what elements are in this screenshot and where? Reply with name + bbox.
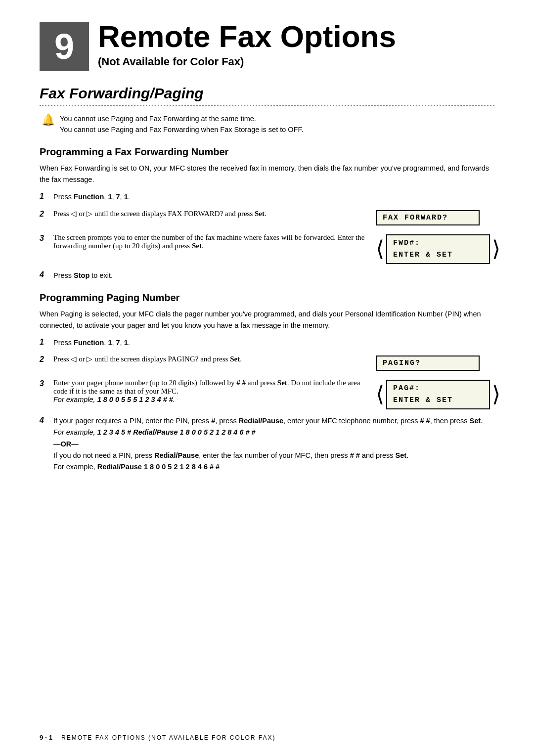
lcd-pag-double: PAG#: ENTER & SET — [386, 380, 490, 409]
chapter-header: 9 Remote Fax Options (Not Available for … — [40, 20, 494, 71]
step-ff-4: 4 Press Stop to exit. — [40, 270, 494, 281]
step-pg-3-num: 3 — [40, 379, 53, 388]
paging-intro: When Paging is selected, your MFC dials … — [40, 309, 494, 331]
step-pg-2-text: Press ◁ or ▷ until the screen displays P… — [53, 355, 376, 363]
step-ff-2-text: Press ◁ or ▷ until the screen displays F… — [53, 209, 376, 218]
chapter-title-block: Remote Fax Options (Not Available for Co… — [98, 20, 396, 68]
paging-steps: 1 Press Function, 1, 7, 1. 2 Press ◁ or … — [40, 337, 494, 473]
step-ff-3: 3 The screen prompts you to enter the nu… — [40, 233, 494, 264]
step-ff-1: 1 Press Function, 1, 7, 1. — [40, 191, 494, 203]
step-ff-2: 2 Press ◁ or ▷ until the screen displays… — [40, 209, 494, 227]
step-ff-1-text: Press Function, 1, 7, 1. — [53, 191, 494, 203]
step-pg-2-content: Press ◁ or ▷ until the screen displays P… — [53, 355, 494, 373]
step-pg-1-num: 1 — [40, 338, 53, 347]
fax-forwarding-intro: When Fax Forwarding is set to ON, your M… — [40, 163, 494, 185]
chapter-title: Remote Fax Options — [98, 20, 396, 53]
footer-page-num: 9 - 1 — [40, 734, 52, 741]
fax-forwarding-heading: Programming a Fax Forwarding Number — [40, 146, 494, 158]
lcd-fax-forward: FAX FORWARD? — [376, 210, 480, 225]
note-text: You cannot use Paging and Fax Forwarding… — [60, 113, 304, 135]
chapter-subtitle: (Not Available for Color Fax) — [98, 55, 396, 68]
step-ff-3-text: The screen prompts you to enter the numb… — [53, 233, 376, 250]
step-pg-3-screen: ⟨ PAG#: ENTER & SET ⟩ — [376, 380, 494, 409]
footer-text: REMOTE FAX OPTIONS (NOT AVAILABLE FOR CO… — [61, 734, 275, 741]
step-pg-3-text: Enter your pager phone number (up to 20 … — [53, 379, 376, 404]
page-footer: 9 - 1 REMOTE FAX OPTIONS (NOT AVAILABLE … — [40, 734, 494, 741]
note-block: 🔔 You cannot use Paging and Fax Forwardi… — [42, 113, 494, 135]
step-pg-1-text: Press Function, 1, 7, 1. — [53, 337, 494, 349]
step-pg-4-text: If your pager requires a PIN, enter the … — [53, 415, 494, 473]
step-ff-3-content: The screen prompts you to enter the numb… — [53, 233, 494, 264]
step-pg-2-num: 2 — [40, 355, 53, 364]
step-pg-1: 1 Press Function, 1, 7, 1. — [40, 337, 494, 349]
lcd-paging: PAGING? — [376, 356, 480, 371]
fax-forwarding-steps: 1 Press Function, 1, 7, 1. 2 Press ◁ or … — [40, 191, 494, 281]
step-ff-2-content: Press ◁ or ▷ until the screen displays F… — [53, 209, 494, 227]
step-ff-4-text: Press Stop to exit. — [53, 270, 494, 281]
step-pg-4: 4 If your pager requires a PIN, enter th… — [40, 415, 494, 473]
note-icon: 🔔 — [42, 114, 55, 127]
step-pg-3: 3 Enter your pager phone number (up to 2… — [40, 379, 494, 409]
section-rule — [40, 105, 494, 106]
step-ff-4-num: 4 — [40, 270, 53, 279]
paging-heading: Programming Paging Number — [40, 292, 494, 304]
chapter-number: 9 — [40, 22, 89, 71]
step-pg-2: 2 Press ◁ or ▷ until the screen displays… — [40, 355, 494, 373]
step-ff-3-screen: ⟨ FWD#: ENTER & SET ⟩ — [376, 234, 494, 264]
section-heading: Fax Forwarding/Paging — [40, 85, 494, 102]
lcd-fwd-double: FWD#: ENTER & SET — [386, 234, 490, 264]
page: 9 Remote Fax Options (Not Available for … — [0, 0, 534, 756]
step-ff-2-num: 2 — [40, 210, 53, 219]
step-pg-3-content: Enter your pager phone number (up to 20 … — [53, 379, 494, 409]
step-pg-2-screen: PAGING? — [376, 356, 494, 373]
step-pg-4-num: 4 — [40, 416, 53, 425]
step-ff-3-num: 3 — [40, 234, 53, 243]
step-ff-2-screen: FAX FORWARD? — [376, 210, 494, 227]
step-ff-1-num: 1 — [40, 192, 53, 201]
